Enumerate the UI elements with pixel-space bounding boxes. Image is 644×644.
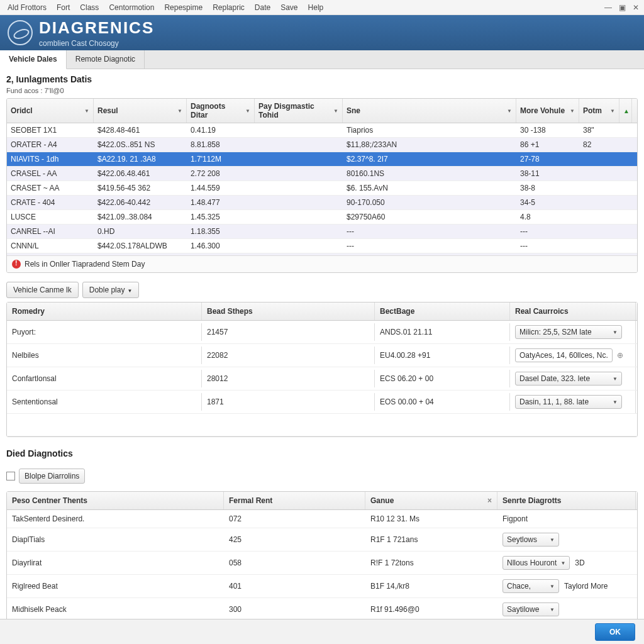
combo-box[interactable]: Dasel Date, 323. lete▼ (515, 372, 622, 386)
cell: Nelbiles (7, 347, 202, 364)
menu-item[interactable]: Fort (52, 3, 75, 12)
col-pay[interactable]: Pay Disgmastic Tohid▼ (255, 99, 343, 123)
col-result[interactable]: Resul▼ (94, 99, 187, 123)
col-senrte[interactable]: Senrte Diagrotts (497, 492, 636, 509)
chevron-down-icon: ▼ (550, 607, 555, 613)
clear-icon[interactable]: × (487, 496, 492, 505)
cell: Tiaprios (343, 123, 516, 137)
cell (255, 253, 343, 255)
col-sort[interactable]: ▲ (619, 99, 632, 123)
cell-control: Nllous Houront▼3D (497, 552, 636, 574)
section-title: 2, Iunlagments Datis (6, 74, 638, 84)
fund-info: Fund acos : 7'Il@0 (6, 87, 638, 94)
combo-box[interactable]: Dasin, 11, 1, 88. late▼ (515, 395, 622, 409)
table-row[interactable]: LUSCE$421.09..38.0841.45.325$29750A604.8 (7, 210, 637, 225)
cell: 30 -138 (516, 123, 579, 137)
menu-item[interactable]: Centormotion (104, 3, 159, 12)
table-row[interactable]: A1I8A - CLIM$10TCBN1.14.428------ (7, 253, 637, 255)
cell: 4.8 (516, 210, 579, 224)
col-romedry[interactable]: Romedry (7, 303, 202, 320)
combo-box[interactable]: Saytilowe▼ (502, 602, 559, 616)
cell (579, 181, 619, 195)
table-row[interactable]: Midhiselk Peack300R1f 91.496@0Saytilowe▼ (7, 598, 637, 621)
col-bectbage[interactable]: BectBage (375, 303, 510, 320)
maximize-icon[interactable]: ▣ (616, 2, 628, 13)
col-fermal[interactable]: Fermal Rent (224, 492, 365, 509)
cell: 2.72 208 (187, 167, 255, 180)
text-input[interactable]: OatyAces, 14, 60llces, Nc. (515, 348, 613, 362)
col-dagnoots[interactable]: Dagnoots Ditar▼ (187, 99, 255, 123)
table-row[interactable]: NIAVITS - 1dh$A22.19. 21 .3A81.7'112M$2.… (7, 152, 637, 167)
table-row[interactable]: CRASET ~ AA$419.56-45 3621.44.559$6. 155… (7, 181, 637, 196)
blope-label-button[interactable]: Blolpe Diarrolins (19, 469, 85, 484)
doble-play-button[interactable]: Doble play▼ (82, 282, 140, 298)
lookup-icon[interactable]: ⊕ (615, 350, 625, 360)
combo-box[interactable]: Milicn: 25,5, S2M late▼ (515, 325, 622, 339)
grid-body[interactable]: SEOBET 1X1$428.48-4610.41.19Tiaprios30 -… (7, 123, 637, 255)
app-banner: DIAGRENICS comblien Cast Chosogy (0, 15, 644, 50)
table-row[interactable]: Diayrlirat058R!F 1 72tonsNllous Houront▼… (7, 552, 637, 575)
chevron-down-icon: ▼ (550, 537, 555, 543)
tab-vehicle-dates[interactable]: Vehicle Dales (0, 50, 67, 69)
cell: 1.48.477 (187, 196, 255, 209)
cell: SEOBET 1X1 (7, 123, 94, 137)
cell: TakSenterd Desinerd. (7, 510, 224, 528)
table-row[interactable]: DiaplTials425R1F 1 721ansSeytlows▼ (7, 528, 637, 552)
cell: --- (343, 225, 516, 238)
combo-box[interactable]: Seytlows▼ (502, 533, 559, 547)
cell-control: Dasin, 11, 1, 88. late▼ (510, 391, 636, 413)
cell (255, 123, 343, 137)
grid-footer: Rels in Onller Tiapradend Stem Day (7, 255, 637, 272)
col-ganue[interactable]: Ganue× (365, 492, 497, 509)
detail-row: Sententionsal1871EOS 00.00 + 04Dasin, 11… (7, 391, 637, 414)
col-more-vehicle[interactable]: More Vohule▼ (516, 99, 579, 123)
col-oridcl[interactable]: Oridcl▼ (7, 99, 94, 123)
table-row[interactable]: TakSenterd Desinerd.072R10 12 31. MsFigp… (7, 510, 637, 528)
cell: A1I8A - CLIM (7, 253, 94, 255)
tab-remote-diagnostic[interactable]: Remote Diagnotic (67, 50, 145, 69)
cell-control: Saytilowe▼ (497, 598, 636, 621)
menu-item[interactable]: Date (250, 3, 275, 12)
close-icon[interactable]: ✕ (630, 2, 641, 13)
col-potm[interactable]: Potm▼ (579, 99, 619, 123)
cell: $442.0S.178ALDWB (94, 239, 187, 253)
menu-item[interactable]: Repespime (159, 3, 208, 12)
chevron-down-icon: ▼ (127, 288, 132, 294)
table-row[interactable]: SEOBET 1X1$428.48-4610.41.19Tiaprios30 -… (7, 123, 637, 138)
cell: R!F 1 72tons (365, 554, 497, 572)
cell: $419.56-45 362 (94, 181, 187, 195)
cell: 90-170.050 (343, 196, 516, 209)
menu-item[interactable]: Help (303, 3, 329, 12)
menu-item[interactable]: Ald Frottors (3, 3, 52, 12)
cell (255, 210, 343, 224)
main-tabs: Vehicle Dales Remote Diagnotic (0, 50, 644, 69)
menu-item[interactable]: Replapric (208, 3, 250, 12)
menu-item[interactable]: Save (275, 3, 303, 12)
table-row[interactable]: ORATER - A4$422.0S..851 NS8.81.858$11,88… (7, 138, 637, 152)
error-icon (12, 260, 21, 269)
col-sne[interactable]: Sne▼ (343, 99, 516, 123)
table-row[interactable]: CRASEL - AA$422.06.48.4612.72 20880160.1… (7, 167, 637, 181)
blope-checkbox[interactable] (6, 472, 15, 480)
col-peso[interactable]: Peso Centner Thents (7, 492, 224, 509)
combo-box[interactable]: Chace,▼ (502, 579, 559, 593)
cell: ORATER - A4 (7, 138, 94, 152)
table-row[interactable]: CRATE - 404$422.06-40.4421.48.47790-170.… (7, 196, 637, 210)
cell: 1.44.559 (187, 181, 255, 195)
col-real-caurroics[interactable]: Real Caurroics (510, 303, 636, 320)
menu-item[interactable]: Class (75, 3, 104, 12)
combo-box[interactable]: Nllous Houront▼ (502, 556, 570, 570)
ok-button[interactable]: OK (595, 623, 635, 641)
vehicle-canme-button[interactable]: Vehicle Canme lk (6, 282, 79, 298)
cell: $2.37^8. 2I7 (343, 152, 516, 166)
minimize-icon[interactable]: — (602, 2, 614, 13)
cell: 27-78 (516, 152, 579, 166)
col-bead-stheps[interactable]: Bead Stheps (202, 303, 375, 320)
cell: NIAVITS - 1dh (7, 152, 94, 166)
table-row[interactable]: CANREL --AI0.HD1.18.355------ (7, 225, 637, 239)
cell: 0.HD (94, 225, 187, 238)
cell (255, 152, 343, 166)
cell: --- (343, 239, 516, 253)
table-row[interactable]: Riglreed Beat401B1F 14,/kr8Chace,▼Taylor… (7, 575, 637, 598)
table-row[interactable]: CNNN/L$442.0S.178ALDWB1.46.300------ (7, 239, 637, 253)
